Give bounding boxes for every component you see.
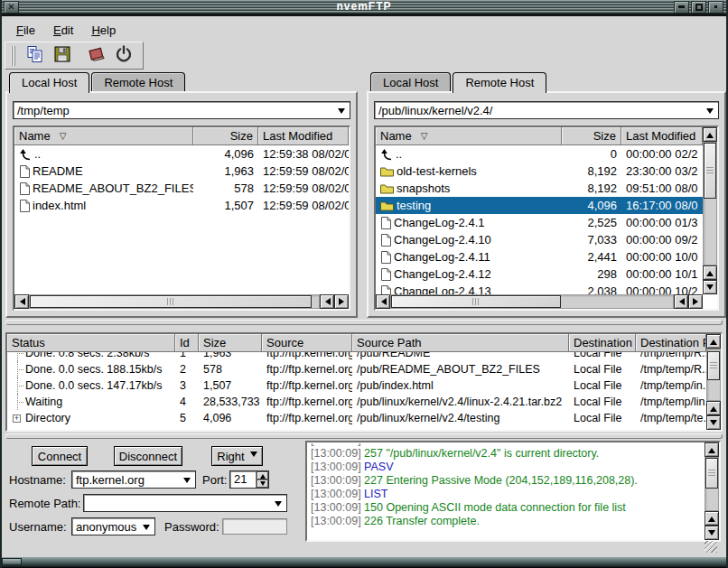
column-header-source[interactable]: Source [262,334,352,352]
column-header-name[interactable]: Name▽ [14,127,193,145]
hostname-value: ftp.kernel.org [76,473,145,487]
transfer-row[interactable]: +Directory54,096ftp://ftp.kernel.org/pub… [7,410,706,426]
vertical-scrollbar[interactable] [703,127,717,294]
scrollbar-thumb[interactable] [704,143,716,199]
direction-dropdown[interactable]: Right [211,446,263,466]
column-header-destination[interactable]: Destination [569,334,636,352]
column-header-size[interactable]: Size [193,127,258,145]
port-spinner[interactable]: 21 [229,470,269,489]
titlebar[interactable]: ✕ nvemFTP [2,0,726,16]
transfer-row[interactable]: Done. 0.8 secs. 2.38kb/s11,963ftp://ftp.… [7,352,706,361]
scrollbar-track[interactable] [705,457,719,511]
scrollbar-track[interactable] [29,294,320,309]
scrollbar-thumb[interactable] [707,351,720,380]
vertical-scrollbar[interactable] [706,334,721,430]
window-menu-button[interactable] [708,1,723,14]
tab-remote-remote-host[interactable]: Remote Host [453,72,546,93]
menu-help[interactable]: Help [82,22,125,39]
transfer-row[interactable]: Done. 0.0 secs. 147.17kb/s31,507ftp://ft… [7,377,706,394]
file-row[interactable]: old-test-kernels8,19223:30:00 03/2 [376,163,703,180]
spin-up-button[interactable] [257,471,268,480]
tab-local-remote-host[interactable]: Remote Host [91,72,185,91]
scroll-left-button[interactable] [674,294,688,309]
connect-button[interactable]: Connect [32,446,88,466]
column-header-name[interactable]: Name▽ [376,127,562,145]
scrollbar-thumb[interactable] [30,295,312,308]
file-row[interactable]: ChangeLog-2.4.1229800:00:00 10/1 [376,265,703,283]
remote-path-combobox[interactable]: /pub/linux/kernel/v2.4/ [374,101,719,119]
file-row[interactable]: README1,96312:59:59 08/02/03 [14,163,349,180]
window-maximize-button[interactable] [691,1,706,14]
menu-file[interactable]: File [7,22,44,39]
scroll-left-button[interactable] [376,294,390,309]
scroll-right-button[interactable] [334,294,349,309]
resize-grip[interactable] [705,541,717,553]
column-header-destination-path[interactable]: Destination Path [636,334,706,352]
local-path-combobox[interactable]: /tmp/temp [13,101,350,119]
expand-icon[interactable]: + [13,414,21,423]
file-row[interactable]: ChangeLog-2.4.112,44100:00:00 10/0 [376,248,703,265]
copy-button[interactable] [23,44,48,68]
file-row[interactable]: ..4,09612:59:38 08/02/03 [14,145,349,163]
menu-edit[interactable]: Edit [44,22,82,39]
log-timestamp: [13:00:09] [311,501,361,514]
file-row[interactable]: ChangeLog-2.4.107,03300:00:00 09/2 [376,231,703,248]
toolbar-handle[interactable] [11,46,16,66]
column-header-size[interactable]: Size [562,127,621,145]
book-button[interactable] [84,44,109,68]
log-output[interactable]: [13:00:09] PWD[13:00:09] 257 "/pub/linux… [311,443,703,539]
save-button[interactable] [50,44,75,68]
column-header-id[interactable]: Id [175,334,199,352]
window-border-bottom[interactable] [2,557,726,568]
scroll-down-button[interactable] [705,526,719,540]
file-row[interactable]: ChangeLog-2.4.12,52500:00:00 01/3 [376,214,703,231]
column-header-last-modified[interactable]: Last Modified [621,127,703,145]
scroll-down-button[interactable] [706,415,721,430]
panel-splitter[interactable] [5,320,723,325]
scroll-up-button[interactable] [705,511,719,526]
scroll-up-button[interactable] [703,127,717,142]
vertical-scrollbar[interactable] [705,442,719,540]
scroll-left-button[interactable] [14,294,29,309]
column-header-last-modified[interactable]: Last Modified [258,127,349,145]
scrollbar-track[interactable] [703,142,717,265]
scrollbar-track[interactable] [706,349,721,401]
scroll-up-button[interactable] [705,442,719,457]
column-header-size[interactable]: Size [199,334,262,352]
remote-path-field-combobox[interactable] [83,494,287,512]
file-row[interactable]: README_ABOUT_BZ2_FILES57812:59:59 08/02/… [14,180,349,197]
transfer-row[interactable]: Waiting428,533,733ftp://ftp.kernel.org/p… [7,394,706,410]
file-name: ChangeLog-2.4.10 [394,233,491,247]
disconnect-button[interactable]: Disconnect [114,446,182,466]
tab-local-local-host[interactable]: Local Host [9,72,89,93]
horizontal-scrollbar[interactable] [376,294,703,309]
window-close-button[interactable]: ✕ [4,1,19,14]
column-header-status[interactable]: Status [7,334,175,352]
file-row[interactable]: testing4,09616:17:00 08/0 [376,197,703,214]
scroll-up-button[interactable] [706,334,721,349]
arrow-left-icon [16,298,25,305]
power-button[interactable] [111,44,136,68]
column-header-source-path[interactable]: Source Path [352,334,569,352]
window-minimize-button[interactable] [674,1,689,14]
spin-down-button[interactable] [257,480,268,488]
scroll-up-button[interactable] [703,265,717,280]
transfer-row[interactable]: Done. 0.0 secs. 188.15kb/s2578ftp://ftp.… [7,361,706,377]
file-row[interactable]: ChangeLog-2.4.132,03800:00:00 10/2 [376,283,703,294]
file-row[interactable]: ..000:00:00 02/2 [376,145,703,163]
scroll-down-button[interactable] [703,280,717,294]
scroll-up-button[interactable] [706,401,721,415]
file-row[interactable]: snapshots8,19209:51:00 08/0 [376,180,703,197]
scrollbar-thumb[interactable] [705,458,718,489]
username-combobox[interactable]: anonymous [71,517,155,535]
scrollbar-track[interactable] [390,294,674,309]
scroll-right-button[interactable] [688,294,703,309]
scrollbar-thumb[interactable] [391,295,561,308]
horizontal-scrollbar[interactable] [14,294,349,309]
password-field[interactable] [222,518,287,535]
file-row[interactable]: index.html1,50712:59:59 08/02/03 [14,197,349,214]
tab-remote-local-host[interactable]: Local Host [370,72,451,91]
hostname-combobox[interactable]: ftp.kernel.org [71,470,196,489]
scroll-left-button[interactable] [320,294,334,309]
resize-handle-left[interactable] [2,558,22,565]
